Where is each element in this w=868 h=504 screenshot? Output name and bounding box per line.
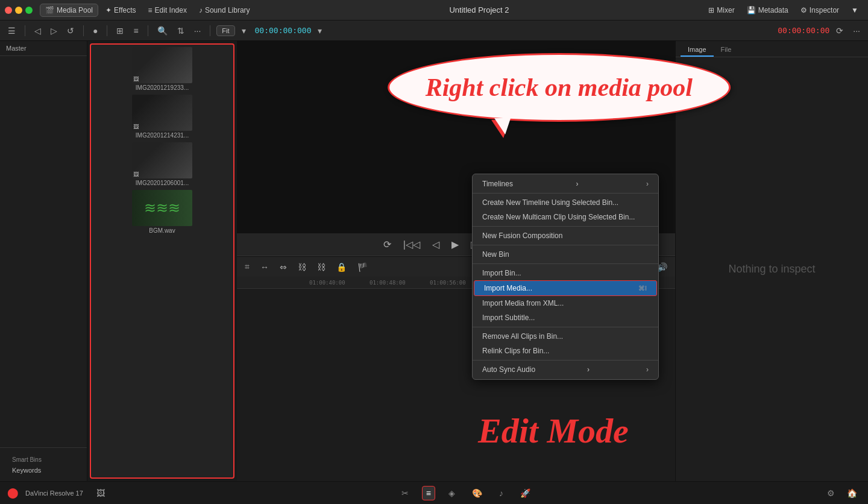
thumb-bg-1 — [132, 95, 192, 131]
menu-relink-clips[interactable]: Relink Clips for Bin... — [473, 344, 658, 358]
tab-file[interactable]: File — [714, 43, 739, 57]
edit-mode-icon[interactable]: ≡ — [422, 486, 435, 500]
search-icon[interactable]: 🔍 — [154, 24, 171, 37]
effects-button[interactable]: ✦ Effects — [101, 4, 140, 16]
menu-sep-3 — [473, 245, 658, 245]
app-name-label: DaVinci Resolve 17 — [25, 490, 83, 497]
edit-index-icon: ≡ — [148, 6, 153, 14]
menu-remove-clips[interactable]: Remove All Clips in Bin... — [473, 329, 658, 344]
davinci-logo: ⬤ — [7, 487, 18, 499]
minimize-button[interactable] — [15, 7, 22, 14]
home-icon[interactable]: 🏠 — [843, 487, 861, 500]
link-tool[interactable]: ⛓ — [295, 260, 309, 274]
fit-button[interactable]: Fit — [216, 25, 234, 36]
media-icon[interactable]: 🖼 — [93, 487, 108, 500]
bottom-center-icons: ✂ ≡ ◈ 🎨 ♪ 🚀 — [113, 486, 819, 500]
sidebar: Master Smart Bins Keywords — [0, 41, 87, 481]
menu-create-timeline[interactable]: Create New Timeline Using Selected Bin..… — [473, 195, 658, 210]
reset-icon[interactable]: ⟳ — [833, 24, 846, 37]
media-pool-button[interactable]: 🎬 Media Pool — [40, 4, 98, 17]
media-item-1[interactable]: 🖼 IMG20201214231... — [93, 95, 231, 139]
step-back-button[interactable]: |◁◁ — [401, 239, 423, 250]
inspector-icon: ⚙ — [800, 6, 807, 14]
sort-icon[interactable]: ⇅ — [174, 24, 187, 37]
mixer-icon: ⊞ — [708, 6, 714, 14]
list-icon[interactable]: ≡ — [130, 24, 141, 37]
toolbar-separator-4 — [148, 25, 148, 36]
undo-icon[interactable]: ◁ — [31, 24, 44, 37]
metadata-button[interactable]: 💾 Metadata — [742, 4, 793, 16]
prev-frame-button[interactable]: ◁ — [430, 239, 442, 250]
timecode-arrow-icon[interactable]: ▾ — [315, 24, 325, 37]
cut-mode-icon[interactable]: ✂ — [398, 487, 412, 500]
main-area: Master Smart Bins Keywords 🖼 IMG20201219… — [0, 41, 868, 481]
overflow-icon[interactable]: ··· — [850, 24, 863, 37]
media-grid: 🖼 IMG20201219233... 🖼 IMG20201214231... … — [91, 45, 233, 477]
loop-button[interactable]: ⟳ — [381, 239, 394, 250]
trim-tool[interactable]: ↔ — [257, 260, 272, 274]
close-button[interactable] — [5, 7, 12, 14]
media-label-0: IMG20201219233... — [136, 84, 189, 91]
sound-library-button[interactable]: ♪ Sound Library — [194, 4, 255, 16]
blade-tool[interactable]: ⌗ — [242, 260, 253, 274]
menu-sep-5 — [473, 327, 658, 327]
menu-sep-2 — [473, 226, 658, 227]
video-icon-2: 🖼 — [133, 171, 139, 177]
play-button[interactable]: ▶ — [449, 239, 461, 250]
tab-image[interactable]: Image — [681, 43, 714, 57]
menu-import-subtitle[interactable]: Import Subtitle... — [473, 310, 658, 325]
redo-icon[interactable]: ▷ — [48, 24, 60, 37]
menu-new-fusion[interactable]: New Fusion Composition — [473, 228, 658, 243]
sidebar-footer: Smart Bins Keywords — [0, 447, 87, 481]
keywords-item[interactable]: Keywords — [6, 464, 81, 476]
deliver-mode-icon[interactable]: 🚀 — [517, 487, 534, 500]
menu-sep-4 — [473, 263, 658, 264]
center-panel: Right click on media pool Timelines › Cr… — [237, 41, 675, 481]
edit-index-button[interactable]: ≡ Edit Index — [143, 4, 192, 16]
flag-tool[interactable]: 🏴 — [354, 260, 371, 274]
fit-arrow-icon[interactable]: ▾ — [239, 24, 249, 37]
inspector-panel: Image File Nothing to inspect — [675, 41, 868, 481]
snap-tool[interactable]: 🔒 — [333, 260, 350, 274]
media-item-0[interactable]: 🖼 IMG20201219233... — [93, 47, 231, 91]
menu-auto-sync[interactable]: Auto Sync Audio › — [473, 362, 658, 377]
media-pool-icon: 🎬 — [45, 6, 54, 14]
fusion-mode-icon[interactable]: ◈ — [445, 487, 459, 500]
effects-icon: ✦ — [105, 6, 112, 14]
timecode-display: 00:00:00:000 — [255, 26, 312, 35]
menu-import-media[interactable]: Import Media... ⌘I — [474, 280, 657, 296]
sidebar-header: Master — [0, 41, 87, 56]
grid-icon[interactable]: ⊞ — [113, 24, 127, 37]
sound-library-icon: ♪ — [199, 6, 203, 14]
menu-import-xml[interactable]: Import Media from XML... — [473, 296, 658, 310]
menu-create-multicam[interactable]: Create New Multicam Clip Using Selected … — [473, 210, 658, 224]
ruler-mark-0: 01:00:40:00 — [309, 280, 370, 286]
maximize-button[interactable] — [25, 7, 33, 14]
context-menu: Timelines › Create New Timeline Using Se… — [472, 174, 659, 380]
refresh-icon[interactable]: ↺ — [64, 24, 77, 37]
media-item-2[interactable]: 🖼 IMG20201206001... — [93, 142, 231, 186]
menu-new-bin[interactable]: New Bin — [473, 247, 658, 262]
settings-icon[interactable]: ⚙ — [823, 487, 838, 500]
bottom-bar: ⬤ DaVinci Resolve 17 🖼 ✂ ≡ ◈ 🎨 ♪ 🚀 ⚙ 🏠 — [0, 481, 868, 504]
mixer-button[interactable]: ⊞ Mixer — [703, 4, 739, 16]
media-thumb-2: 🖼 — [132, 142, 192, 178]
menu-import-bin[interactable]: Import Bin... — [473, 266, 658, 280]
dot-icon[interactable]: ● — [90, 24, 101, 37]
edit-mode-annotation: Edit Mode — [478, 411, 629, 451]
color-mode-icon[interactable]: 🎨 — [468, 487, 486, 500]
slip-tool[interactable]: ⇔ — [277, 260, 290, 274]
view-toggle-icon[interactable]: ☰ — [5, 24, 19, 37]
unlink-tool[interactable]: ⛓ — [314, 260, 329, 274]
inspector-empty-state: Nothing to inspect — [676, 57, 868, 481]
media-item-3[interactable]: ≋≋≋ BGM.wav — [93, 190, 231, 234]
more-icon[interactable]: ··· — [191, 24, 204, 37]
fairlight-mode-icon[interactable]: ♪ — [495, 487, 507, 500]
sidebar-list — [0, 56, 87, 447]
inspector-tabs: Image File — [676, 41, 868, 57]
inspector-button[interactable]: ⚙ Inspector — [796, 4, 844, 16]
expand-button[interactable]: ▼ — [846, 4, 863, 16]
toolbar-separator-2 — [83, 25, 84, 36]
menu-timelines[interactable]: Timelines › — [473, 177, 658, 191]
bottom-left-icons: 🖼 — [93, 487, 108, 500]
